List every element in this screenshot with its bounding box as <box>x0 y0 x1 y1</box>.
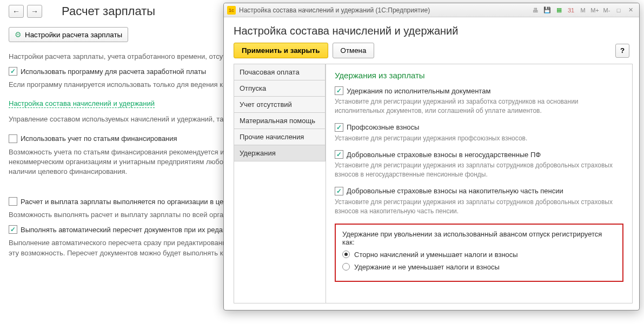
tab-material[interactable]: Материальная помощь <box>234 113 326 129</box>
auto-recalc-label: Выполнять автоматический пересчет докуме… <box>21 226 233 234</box>
calendar-icon[interactable]: 31 <box>566 5 576 15</box>
tab-deductions[interactable]: Удержания <box>234 145 326 161</box>
modal-window: 1c Настройка состава начислений и удержа… <box>223 3 640 310</box>
exec-docs-hint: Установите для регистрации удержаний из … <box>335 97 623 116</box>
exec-docs-checkbox[interactable] <box>335 86 343 95</box>
maximize-button[interactable]: □ <box>613 5 624 15</box>
tab-content: Удержания из зарплаты Удержания по испол… <box>326 64 633 303</box>
salary-settings-button[interactable]: ⚙ Настройки расчета зарплаты <box>9 27 128 42</box>
voluntary-pf-checkbox[interactable] <box>335 150 343 159</box>
org-whole-label: Расчет и выплата зарплаты выполняется по… <box>21 198 231 206</box>
close-button[interactable]: ✕ <box>625 5 636 15</box>
radio-group-title: Удержание при увольнении за использованн… <box>342 230 616 246</box>
radio-deduction-label: Удержание и не уменьшает налоги и взносы <box>354 263 500 271</box>
settings-btn-label: Настройки расчета зарплаты <box>25 31 122 39</box>
highlighted-section: Удержание при увольнении за использованн… <box>335 224 623 282</box>
voluntary-pf-hint: Установите для регистрации удержания из … <box>335 161 623 179</box>
tab-list: Почасовая оплата Отпуска Учет отсутствий… <box>234 64 326 303</box>
radio-storno-label: Сторно начислений и уменьшает налоги и в… <box>354 251 518 259</box>
financing-articles-checkbox[interactable] <box>9 134 17 143</box>
exec-docs-label: Удержания по исполнительным документам <box>347 87 490 95</box>
gear-icon: ⚙ <box>15 30 22 39</box>
tab-other[interactable]: Прочие начисления <box>234 129 326 145</box>
use-program-label: Использовать программу для расчета зараб… <box>21 67 206 76</box>
apply-close-button[interactable]: Применить и закрыть <box>234 43 328 58</box>
voluntary-pf-label: Добровольные страховые взносы в негосуда… <box>347 151 541 159</box>
print-icon[interactable]: 🖶 <box>530 5 541 15</box>
nav-back-button[interactable]: ← <box>9 5 24 18</box>
radio-deduction[interactable] <box>342 263 350 271</box>
tab-hourly[interactable]: Почасовая оплата <box>234 64 326 80</box>
radio-storno[interactable] <box>342 251 350 258</box>
m-minus-button[interactable]: M- <box>601 5 612 15</box>
tab-absence[interactable]: Учет отсутствий <box>234 97 326 113</box>
union-hint: Установите для регистрации удержания про… <box>335 134 623 143</box>
grid-icon[interactable]: ▦ <box>554 5 565 15</box>
nav-forward-button[interactable]: → <box>27 5 42 18</box>
financing-articles-label: Использовать учет по статьям финансирова… <box>21 134 177 143</box>
voluntary-pension-checkbox[interactable] <box>335 187 343 195</box>
composition-settings-link[interactable]: Настройка состава начислений и удержаний <box>9 99 155 108</box>
union-label: Профсоюзные взносы <box>347 123 419 131</box>
section-title: Удержания из зарплаты <box>335 71 623 80</box>
app-icon: 1c <box>227 6 236 15</box>
union-checkbox[interactable] <box>335 123 343 132</box>
help-button[interactable]: ? <box>615 44 629 58</box>
auto-recalc-checkbox[interactable] <box>9 225 17 234</box>
use-program-checkbox[interactable] <box>9 67 17 76</box>
cancel-button[interactable]: Отмена <box>333 43 375 58</box>
modal-heading: Настройка состава начислений и удержаний <box>224 17 639 43</box>
m-plus-button[interactable]: M+ <box>589 5 600 15</box>
tab-vacation[interactable]: Отпуска <box>234 80 326 97</box>
save-icon[interactable]: 💾 <box>542 5 553 15</box>
window-title: Настройка состава начислений и удержаний… <box>239 6 530 14</box>
voluntary-pension-label: Добровольные страховые взносы на накопит… <box>347 187 563 195</box>
m-button[interactable]: M <box>577 5 588 15</box>
page-title: Расчет зарплаты <box>62 4 155 18</box>
org-whole-checkbox[interactable] <box>9 197 17 206</box>
voluntary-pension-hint: Установите для регистрации удержания из … <box>335 198 623 216</box>
titlebar[interactable]: 1c Настройка состава начислений и удержа… <box>224 3 639 17</box>
